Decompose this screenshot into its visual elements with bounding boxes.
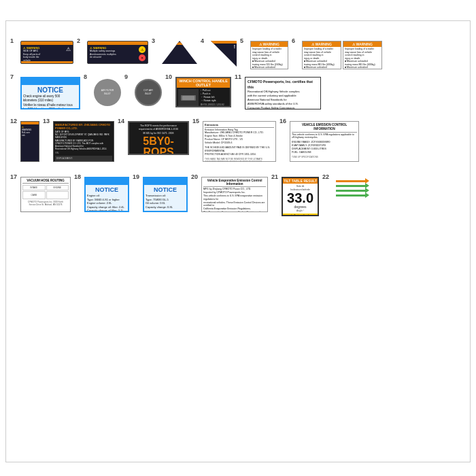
item-number-9: 9 [124, 73, 131, 80]
notice-engine-18: NOTICE Engine oil: Type: 5W40 4-S1 or hi… [84, 177, 129, 212]
sticker-4: ! [211, 41, 237, 67]
rops-sticker-14: The ROPS meets the performance requireme… [128, 121, 189, 155]
item-number-17: 17 [10, 173, 17, 180]
item-number-18: 18 [74, 173, 81, 180]
tilt-value: 33.0 [284, 191, 316, 205]
notice19-title: NOTICE [146, 186, 185, 193]
sticker-12: ⚠ WARNING Roll-over risk [20, 121, 39, 162]
item-number-10: 10 [165, 73, 172, 80]
item-number-8: 8 [84, 73, 90, 80]
sticker-6: ⚠ WARNING Improper loading of a trailer … [302, 41, 382, 69]
n18-l4: Capacity change oil filter: 2.1L [87, 209, 126, 212]
winch-barcode: BHY9-190021 125182 [201, 103, 224, 107]
arrow-orange [336, 180, 367, 182]
item-number-7: 7 [10, 73, 17, 80]
circle-8: AIR FILTERINLET [94, 79, 121, 106]
tilt-header: TILT TABLE RESULT [283, 178, 318, 184]
vacuum-hose-17: VACUUM HOSE ROUTING INTAKE ENGINE CARB C… [20, 177, 71, 212]
winch-label-10: WINCH CONTROL HANDLE OUTLET ↑ Pull out ↓… [175, 77, 231, 107]
item-number-15: 15 [192, 118, 199, 124]
sticker-2: ⚠ WARNING Multiple safety warnings Avert… [87, 41, 148, 64]
arrow-green-3 [336, 194, 367, 197]
tilt-table-21: TILT TABLE RESULT Side tilt Inclinaison … [282, 177, 319, 216]
item-number-6: 6 [292, 37, 299, 44]
sticker-3 [162, 41, 197, 64]
item-number-20: 20 [191, 173, 198, 180]
rops-code: 5BY0-ROPS [131, 136, 186, 155]
notice18-title: NOTICE [87, 186, 126, 193]
notice-line-3: Vérifier le niveau d'huile moteur tous [23, 103, 78, 107]
item-number-11: 11 [235, 73, 241, 80]
label-sheet-canvas: 1 ⚠ WARNING SIDE OF ARC Keep all parts o… [0, 0, 476, 476]
item-number-5: 5 [240, 37, 247, 44]
sticker-1: ⚠ WARNING SIDE OF ARC Keep all parts of … [20, 41, 73, 64]
emission-box-20: Vehicle Evaporative Emission Control Inf… [201, 177, 268, 212]
item-number-3: 3 [152, 37, 158, 44]
arrow-stickers-22 [333, 180, 367, 197]
rops-cert: M 845 kg for ISO 3471: 2008 [131, 132, 186, 135]
sticker-5: ⚠ WARNING Improper loading of a trailer … [250, 41, 288, 69]
cfmoto-cert-11: CFMOTO Powersports, Inc. certifies that … [245, 77, 321, 109]
emission-control-16: VEHICLE EMISSION CONTROL INFORMATION Thi… [290, 121, 359, 162]
winch-title: WINCH CONTROL HANDLE OUTLET [177, 78, 230, 88]
n19-l3: Capacity change: 0.8L [146, 205, 185, 209]
arrow-green-2 [336, 190, 367, 192]
item-number-19: 19 [133, 173, 139, 180]
arrow-green-1 [336, 185, 367, 187]
item-number-21: 21 [271, 173, 278, 180]
item-number-14: 14 [118, 118, 124, 124]
item-number-13: 13 [43, 118, 50, 124]
notice-title: NOTICE [23, 86, 78, 94]
notice-transmission-19: NOTICE Transmission oil: Type: 75W90 GL-… [143, 177, 188, 212]
item-number-16: 16 [279, 118, 286, 124]
circle-9: CVT AIRINLET [135, 79, 162, 106]
item-number-22: 22 [322, 173, 329, 180]
notice-sticker-7: NOTICE Check engine oil every 500 kilome… [20, 77, 80, 109]
mfr-box-13: MANUFACTURED BY: ZHEJIANG CFMOTO POWER C… [53, 121, 114, 162]
rops-top: The ROPS meets the performance [131, 124, 186, 127]
compliance-box-15: Emissions Emission Information Hang Tag … [203, 121, 276, 162]
item-number-1: 1 [10, 37, 17, 44]
item-number-12: 12 [10, 118, 17, 124]
notice-line-4: les 500 kilomètres (310 miles) [23, 107, 78, 109]
item-number-4: 4 [201, 37, 207, 44]
item-number-2: 2 [77, 37, 84, 44]
